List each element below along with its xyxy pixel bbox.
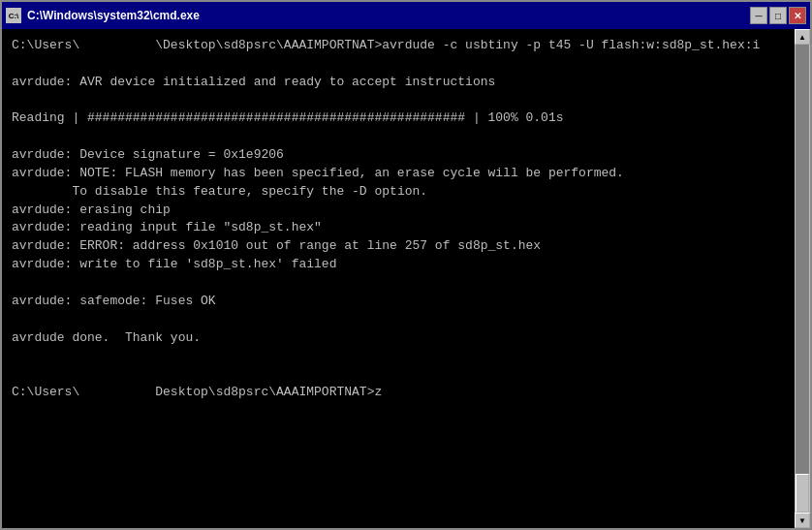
window-controls: ─ □ ✕	[750, 7, 806, 24]
console-area: C:\Users\ \Desktop\sd8psrc\AAAIMPORTNAT>…	[2, 29, 810, 528]
cmd-window: C:\ C:\Windows\system32\cmd.exe ─ □ ✕ C:…	[0, 0, 812, 530]
scroll-down-button[interactable]: ▼	[795, 513, 810, 528]
scrollbar-track[interactable]	[796, 45, 809, 513]
maximize-button[interactable]: □	[769, 7, 787, 24]
console-output: C:\Users\ \Desktop\sd8psrc\AAAIMPORTNAT>…	[12, 37, 800, 402]
window-icon: C:\	[6, 8, 21, 23]
minimize-button[interactable]: ─	[750, 7, 767, 24]
scrollbar[interactable]: ▲ ▼	[795, 29, 810, 528]
window-title: C:\Windows\system32\cmd.exe	[27, 9, 200, 22]
scroll-up-button[interactable]: ▲	[795, 29, 810, 45]
scrollbar-thumb[interactable]	[796, 474, 809, 513]
title-bar-left: C:\ C:\Windows\system32\cmd.exe	[6, 8, 200, 23]
close-button[interactable]: ✕	[789, 7, 806, 24]
title-bar: C:\ C:\Windows\system32\cmd.exe ─ □ ✕	[2, 2, 810, 29]
